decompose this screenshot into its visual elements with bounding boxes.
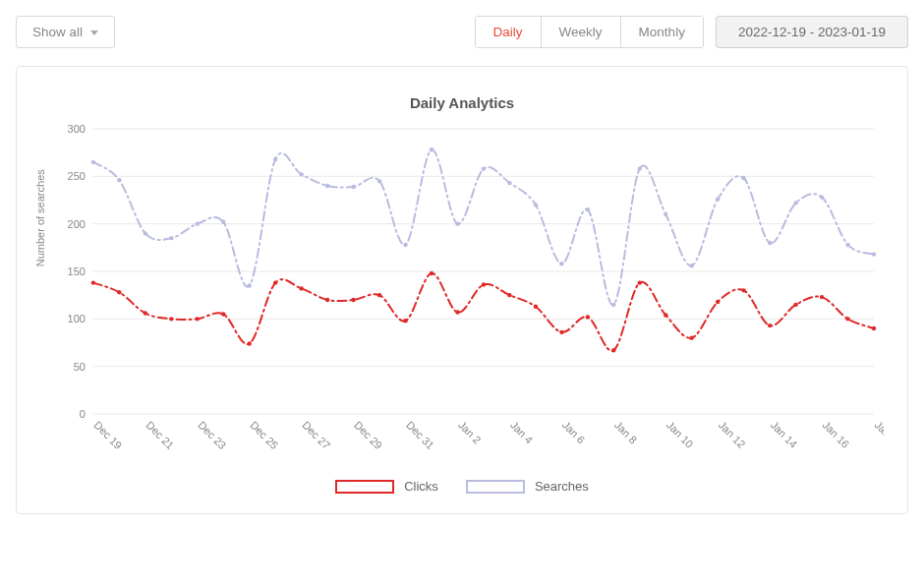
svg-point-58	[820, 295, 824, 299]
svg-point-39	[325, 298, 329, 302]
svg-point-48	[559, 330, 563, 334]
svg-text:250: 250	[68, 170, 86, 182]
svg-point-41	[377, 293, 381, 297]
svg-point-49	[586, 315, 590, 319]
toolbar-right: Daily Weekly Monthly 2022-12-19 - 2023-0…	[475, 16, 908, 48]
svg-point-38	[299, 286, 303, 290]
svg-point-57	[793, 303, 797, 307]
svg-point-30	[91, 280, 95, 284]
svg-point-82	[638, 166, 642, 170]
svg-text:300: 300	[68, 123, 86, 135]
tab-monthly[interactable]: Monthly	[620, 17, 703, 47]
svg-text:Dec 23: Dec 23	[196, 419, 228, 451]
svg-point-36	[248, 341, 252, 345]
svg-text:Dec 29: Dec 29	[352, 419, 384, 451]
svg-point-88	[793, 201, 797, 205]
svg-point-46	[507, 293, 511, 297]
svg-point-65	[196, 221, 200, 225]
svg-text:Jan 10: Jan 10	[664, 419, 696, 450]
svg-point-37	[273, 280, 277, 284]
svg-point-45	[482, 282, 486, 286]
tab-daily[interactable]: Daily	[476, 17, 541, 47]
svg-text:Dec 27: Dec 27	[300, 419, 332, 451]
svg-point-64	[169, 236, 173, 240]
svg-point-59	[845, 317, 849, 321]
svg-text:Dec 21: Dec 21	[144, 419, 176, 451]
svg-point-56	[768, 323, 772, 327]
legend-label-searches: Searches	[535, 479, 589, 494]
svg-text:Dec 25: Dec 25	[248, 419, 280, 451]
svg-point-43	[430, 271, 433, 275]
svg-text:Jan 2: Jan 2	[456, 419, 483, 445]
show-all-dropdown[interactable]: Show all	[16, 16, 115, 48]
line-chart: 050100150200250300Dec 19Dec 21Dec 23Dec …	[40, 119, 884, 473]
svg-point-69	[299, 172, 303, 176]
svg-point-63	[144, 231, 147, 235]
toolbar: Show all Daily Weekly Monthly 2022-12-19…	[16, 16, 908, 48]
svg-point-76	[482, 166, 486, 170]
svg-point-40	[351, 298, 355, 302]
y-axis-label: Number of searches	[34, 169, 46, 266]
legend-item-searches[interactable]: Searches	[466, 479, 589, 494]
svg-point-72	[377, 179, 381, 183]
svg-point-78	[534, 203, 538, 206]
svg-point-62	[117, 178, 121, 182]
svg-point-50	[611, 348, 615, 352]
svg-point-52	[664, 313, 667, 317]
svg-point-79	[559, 262, 563, 265]
svg-text:Dec 19: Dec 19	[91, 419, 124, 451]
svg-text:Jan 18: Jan 18	[873, 419, 884, 450]
toolbar-left: Show all	[16, 16, 115, 48]
chart-panel: Daily Analytics Number of searches 05010…	[16, 66, 908, 514]
svg-point-90	[845, 243, 849, 247]
svg-point-70	[325, 184, 329, 188]
svg-point-75	[455, 221, 459, 225]
svg-text:0: 0	[80, 408, 86, 420]
svg-text:Dec 31: Dec 31	[404, 419, 436, 451]
svg-text:Jan 4: Jan 4	[508, 419, 535, 445]
svg-point-44	[455, 310, 459, 314]
legend-swatch-clicks	[335, 480, 394, 494]
chart-title: Daily Analytics	[40, 94, 884, 111]
svg-point-33	[169, 317, 173, 321]
svg-point-67	[248, 283, 252, 287]
svg-point-53	[690, 335, 694, 339]
legend-swatch-searches	[466, 480, 525, 494]
legend: Clicks Searches	[40, 479, 884, 494]
svg-point-55	[741, 288, 745, 292]
date-range-picker[interactable]: 2022-12-19 - 2023-01-19	[716, 16, 908, 48]
svg-point-84	[690, 264, 694, 267]
svg-point-77	[507, 181, 511, 185]
svg-point-83	[664, 212, 667, 216]
svg-point-47	[534, 305, 538, 309]
show-all-label: Show all	[32, 25, 83, 39]
chart-area: Number of searches 050100150200250300Dec…	[40, 119, 884, 473]
svg-point-80	[586, 207, 590, 211]
svg-text:200: 200	[68, 218, 86, 230]
svg-text:150: 150	[68, 265, 86, 277]
svg-point-66	[221, 220, 225, 224]
svg-point-51	[638, 280, 642, 284]
svg-point-42	[403, 319, 407, 323]
granularity-tabs: Daily Weekly Monthly	[475, 16, 704, 48]
svg-point-91	[872, 252, 876, 256]
svg-point-85	[716, 197, 720, 201]
svg-text:100: 100	[68, 313, 86, 324]
svg-text:Jan 14: Jan 14	[769, 419, 800, 450]
svg-text:Jan 16: Jan 16	[821, 419, 852, 450]
svg-text:50: 50	[74, 361, 86, 373]
svg-point-74	[430, 147, 433, 151]
svg-point-73	[403, 243, 407, 247]
svg-point-81	[611, 303, 615, 307]
tab-weekly[interactable]: Weekly	[541, 17, 620, 47]
svg-point-68	[273, 157, 277, 161]
svg-point-32	[144, 311, 147, 315]
svg-point-89	[820, 195, 824, 199]
legend-label-clicks: Clicks	[404, 479, 438, 494]
legend-item-clicks[interactable]: Clicks	[335, 479, 438, 494]
svg-text:Jan 8: Jan 8	[612, 419, 639, 445]
svg-point-35	[221, 312, 225, 316]
svg-point-31	[117, 290, 121, 294]
svg-point-86	[741, 176, 745, 180]
svg-point-87	[768, 241, 772, 245]
